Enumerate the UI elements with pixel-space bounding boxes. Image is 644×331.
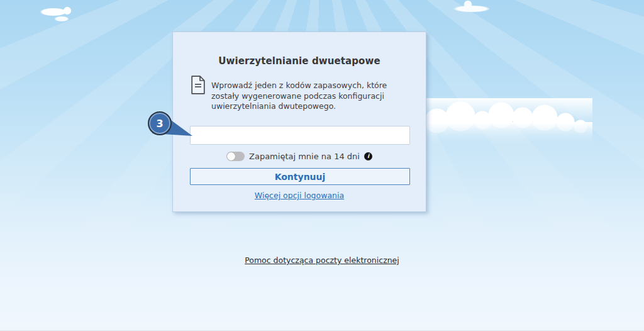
step-3-callout-badge: 3: [148, 111, 172, 135]
cloud-top-center: [440, 0, 503, 15]
login-page-background: Uwierzytelnianie dwuetapowe Wprowadź jed…: [0, 0, 644, 331]
info-icon[interactable]: i: [364, 152, 372, 160]
cloud-right: [421, 98, 592, 147]
two-step-auth-card: Uwierzytelnianie dwuetapowe Wprowadź jed…: [172, 31, 426, 212]
more-login-options-link[interactable]: Więcej opcji logowania: [173, 191, 426, 200]
backup-code-input[interactable]: [190, 126, 410, 145]
continue-button[interactable]: Kontynuuj: [190, 168, 410, 185]
remember-me-row: Zapamiętaj mnie na 14 dni i: [173, 150, 426, 162]
remember-me-label: Zapamiętaj mnie na 14 dni: [249, 152, 360, 161]
cloud-top-left: [33, 4, 89, 24]
backup-code-instructions: Wprowadź jeden z kodów zapasowych, które…: [211, 81, 401, 112]
toggle-knob: [227, 152, 235, 160]
remember-me-toggle[interactable]: [226, 152, 245, 161]
callout-number: 3: [156, 118, 163, 130]
page-title: Uwierzytelnianie dwuetapowe: [173, 55, 426, 67]
document-icon: [191, 76, 206, 94]
email-help-link[interactable]: Pomoc dotycząca poczty elektronicznej: [0, 255, 644, 265]
